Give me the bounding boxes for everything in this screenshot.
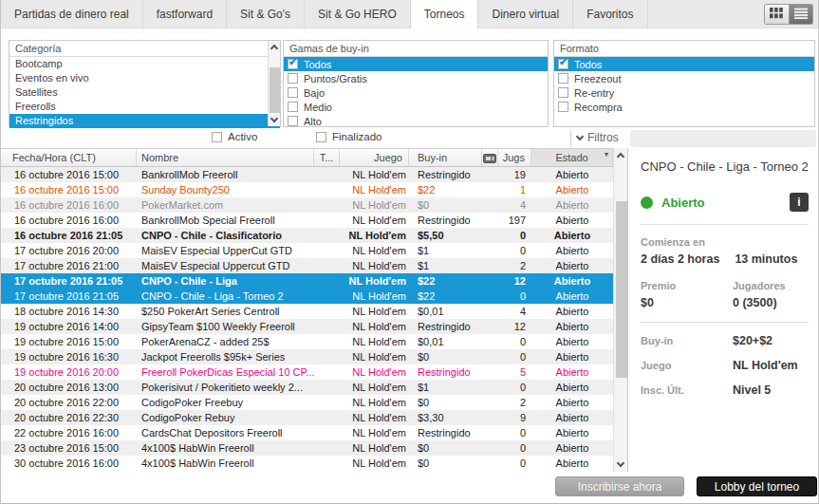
format-item-re-entry[interactable]: Re-entry: [554, 85, 814, 100]
column-header-juego[interactable]: Juego: [340, 149, 409, 166]
category-item-eventos-en-vivo[interactable]: Eventos en vivo: [9, 71, 280, 85]
column-header-fecha[interactable]: Fecha/Hora (CLT): [1, 149, 137, 166]
filtros-toggle[interactable]: Filtros: [577, 131, 619, 144]
table-row[interactable]: 16 octubre 2016 15:00Sunday Bounty250NL …: [1, 182, 613, 197]
buyin-item-puntos-gratis[interactable]: Puntos/Gratis: [284, 71, 548, 85]
table-cell: [482, 243, 498, 258]
tab-dinero-virtual[interactable]: Dinero virtual: [478, 0, 573, 28]
column-header-jugs[interactable]: Jugs: [498, 149, 531, 166]
table-row[interactable]: 19 octubre 2016 16:30Jackpot Freerolls $…: [1, 349, 613, 364]
buyin-item-alto[interactable]: Alto: [284, 114, 548, 128]
category-item-restringidos[interactable]: Restringidos: [9, 114, 280, 128]
finalizado-checkbox[interactable]: [316, 132, 326, 142]
table-row[interactable]: 20 octubre 2016 13:00Pokerisivut / Poker…: [1, 380, 613, 395]
buyin-item-todos[interactable]: ✔Todos: [284, 57, 548, 71]
info-icon[interactable]: i: [790, 193, 809, 212]
juego-label: Juego: [641, 360, 733, 371]
tournament-detail-panel: CNPO - Chile - Liga - Torneo 2 Abierto i…: [627, 148, 819, 472]
column-header-estado[interactable]: Estado ▾: [531, 149, 613, 166]
table-cell: 17 octubre 2016 21:05: [1, 289, 137, 304]
table-row[interactable]: 18 octubre 2016 14:30$250 PokerArt Serie…: [1, 304, 613, 319]
grid-view-button[interactable]: [765, 5, 790, 24]
table-cell: $0: [409, 440, 482, 456]
table-row[interactable]: 16 octubre 2016 21:05CNPO - Chile - Clas…: [1, 228, 613, 243]
category-scrollbar[interactable]: [268, 41, 280, 126]
buyin-item-medio[interactable]: Medio: [284, 100, 548, 114]
table-cell: Abierto: [531, 213, 613, 228]
tab-sit-go-hero[interactable]: Sit & Go HERO: [305, 0, 411, 28]
finalizado-checkbox-row[interactable]: Finalizado: [312, 131, 382, 142]
table-cell: 17 octubre 2016 21:00: [1, 258, 137, 273]
tab-favoritos[interactable]: Favoritos: [573, 0, 647, 28]
filtros-label: Filtros: [587, 131, 619, 144]
table-cell: NL Hold'em: [340, 197, 409, 213]
table-cell: NL Hold'em: [340, 440, 409, 456]
table-row[interactable]: 17 octubre 2016 21:05CNPO - Chile - Liga…: [1, 289, 613, 304]
table-cell: Abierto: [531, 425, 613, 440]
tab-fastforward[interactable]: fastforward: [143, 0, 227, 28]
buyin-panel-header: Gamas de buy-in: [284, 41, 548, 57]
scroll-down-icon[interactable]: [270, 115, 278, 122]
category-item-freerolls[interactable]: Freerolls: [9, 100, 280, 114]
table-cell: [482, 334, 498, 349]
category-item-satellites[interactable]: Satellites: [9, 85, 280, 100]
format-item-recompra[interactable]: Recompra: [554, 100, 814, 114]
table-cell: 0: [498, 349, 531, 364]
table-cell: 197: [498, 213, 531, 228]
table-cell: [482, 213, 498, 228]
column-header-ticket[interactable]: [482, 149, 498, 166]
table-row[interactable]: 16 octubre 2016 16:00PokerMarket.comNL H…: [1, 197, 613, 213]
activo-checkbox[interactable]: [212, 132, 222, 142]
table-cell: 0: [498, 440, 531, 456]
lobby-button[interactable]: Lobby del torneo: [697, 476, 817, 496]
table-row[interactable]: 17 octubre 2016 21:05CNPO - Chile - Liga…: [1, 273, 613, 289]
table-scrollbar[interactable]: [613, 148, 627, 472]
toolbar-divider: [570, 130, 571, 146]
table-row[interactable]: 17 octubre 2016 20:00MaisEV Especial Upp…: [1, 243, 613, 258]
tab-sit-go-s[interactable]: Sit & Go's: [227, 0, 305, 28]
list-view-button[interactable]: [790, 5, 813, 24]
checkbox[interactable]: ✔: [558, 59, 568, 69]
format-item-todos[interactable]: ✔Todos: [554, 57, 814, 71]
table-cell: [314, 425, 340, 440]
checkbox[interactable]: [288, 73, 298, 84]
tab-partidas-de-dinero-real[interactable]: Partidas de dinero real: [1, 0, 143, 28]
table-row[interactable]: 17 octubre 2016 21:00MaisEV Especial Upp…: [1, 258, 613, 273]
table-row[interactable]: 23 octubre 2016 15:004x100$ HabWin Freer…: [1, 440, 613, 456]
checkbox[interactable]: [558, 73, 568, 84]
table-cell: 2: [498, 258, 531, 273]
table-row[interactable]: 30 octubre 2016 16:004x100$ HabWin Freer…: [1, 456, 613, 471]
table-row[interactable]: 16 octubre 2016 15:00BankrollMob Freerol…: [1, 167, 613, 182]
scrollbar-thumb[interactable]: [270, 67, 280, 113]
category-panel: Categoría BootcampEventos en vivoSatelli…: [9, 40, 281, 127]
table-row[interactable]: 19 octubre 2016 14:00GipsyTeam $100 Week…: [1, 319, 613, 334]
column-header-t[interactable]: T...: [314, 149, 340, 166]
table-row[interactable]: 16 octubre 2016 16:00BankrollMob Special…: [1, 213, 613, 228]
checkbox[interactable]: [288, 87, 298, 98]
format-item-freezeout[interactable]: Freezeout: [554, 71, 814, 85]
activo-checkbox-row[interactable]: Activo: [208, 131, 257, 142]
scroll-down-icon[interactable]: [617, 459, 624, 467]
table-row[interactable]: 19 octubre 2016 15:00PokerArenaCZ - adde…: [1, 334, 613, 349]
table-row[interactable]: 20 octubre 2016 22:30CodigoPoker RebuyNL…: [1, 410, 613, 425]
scrollbar-thumb[interactable]: [616, 201, 627, 378]
scroll-up-icon[interactable]: [270, 45, 278, 52]
checkbox[interactable]: [288, 116, 298, 126]
scroll-up-icon[interactable]: [617, 153, 624, 160]
checkbox[interactable]: [288, 102, 298, 112]
insc-ult-label: Insc. Últ.: [641, 384, 733, 396]
filtros-summary-box[interactable]: [630, 130, 816, 147]
checkbox[interactable]: ✔: [288, 59, 298, 69]
category-item-bootcamp[interactable]: Bootcamp: [9, 57, 280, 71]
table-row[interactable]: 19 octubre 2016 20:00Freeroll PokerDicas…: [1, 364, 613, 380]
tab-torneos[interactable]: Torneos: [411, 0, 479, 28]
checkbox[interactable]: [558, 102, 568, 112]
checkbox-label: Recompra: [574, 102, 623, 113]
register-button[interactable]: Inscribirse ahora: [555, 476, 684, 496]
column-header-buyin[interactable]: Buy-in: [409, 149, 482, 166]
table-row[interactable]: 22 octubre 2016 16:00CardsChat Depositor…: [1, 425, 613, 440]
column-header-nombre[interactable]: Nombre: [137, 149, 314, 166]
table-row[interactable]: 20 octubre 2016 22:00CodigoPoker Freebuy…: [1, 395, 613, 410]
buyin-item-bajo[interactable]: Bajo: [284, 85, 548, 100]
checkbox[interactable]: [558, 87, 568, 98]
